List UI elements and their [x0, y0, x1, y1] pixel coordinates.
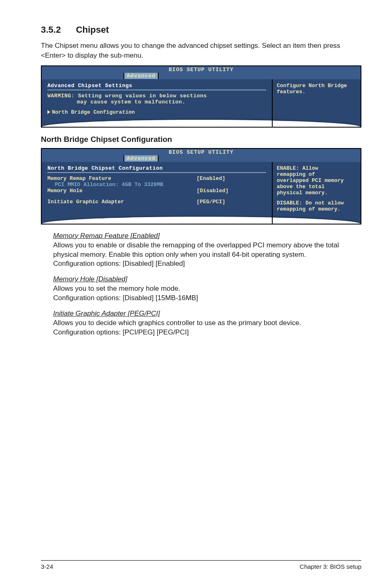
- bios-header: BIOS SETUP UTILITY Advanced: [42, 149, 361, 162]
- bios-divider: [47, 172, 266, 173]
- bios-divider: [47, 90, 266, 90]
- arrow-right-icon: [47, 110, 50, 114]
- bios-setting-memory-hole[interactable]: Memory Hole [Disabled]: [47, 188, 266, 194]
- option-config: Configuration options: [Disabled] [15MB-…: [53, 294, 198, 302]
- bios-tab-row: Advanced: [42, 155, 361, 162]
- page-number: 3-24: [41, 563, 53, 570]
- option-desc: Allows you to decide which graphics cont…: [53, 319, 301, 327]
- bios-setting-value: [PEG/PCI]: [197, 199, 266, 205]
- bios-header-title: BIOS SETUP UTILITY: [169, 149, 233, 155]
- bios-menu-item-north-bridge[interactable]: North Bridge Configuration: [47, 109, 266, 115]
- bios-header: BIOS SETUP UTILITY Advanced: [42, 66, 361, 79]
- bios-help-line: DISABLE: Do not allow: [277, 200, 356, 206]
- bios-setting-graphic-adapter[interactable]: Initiate Graphic Adapter [PEG/PCI]: [47, 199, 266, 205]
- bios-left-title: Advanced Chipset Settings: [47, 83, 266, 89]
- intro-paragraph: The Chipset menu allows you to change th…: [41, 41, 361, 61]
- bios-help-line: overlapped PCI memory: [277, 177, 356, 184]
- bios-setting-value: [Enabled]: [197, 175, 266, 182]
- option-desc: Allows you to set the memory hole mode.: [53, 285, 180, 292]
- option-config: Configuration options: [Disabled] [Enabl…: [53, 260, 185, 267]
- bios-setting-memory-remap[interactable]: Memory Remap Feature [Enabled]: [47, 175, 266, 182]
- option-title-memory-hole: Memory Hole [Disabled]: [53, 275, 361, 283]
- bios-header-title: BIOS SETUP UTILITY: [169, 67, 233, 73]
- chapter-label: Chapter 3: BIOS setup: [300, 563, 361, 570]
- bios-help-line: remapping of memory.: [277, 206, 356, 212]
- option-desc: Allows you to enable or disable the rema…: [53, 241, 339, 258]
- bios-warning-line2: may cause system to malfunction.: [47, 99, 266, 105]
- bios-setting-label: Initiate Graphic Adapter: [47, 199, 124, 205]
- bios-help-line: physical memory.: [277, 190, 356, 196]
- bios-help-line: remapping of: [277, 171, 356, 177]
- bios-panel-advanced-chipset: BIOS SETUP UTILITY Advanced Advanced Chi…: [41, 65, 361, 128]
- option-body: Allows you to enable or disable the rema…: [53, 241, 361, 269]
- option-body: Allows you to decide which graphics cont…: [53, 319, 361, 337]
- bios-menu-item-label: North Bridge Configuration: [52, 109, 135, 115]
- bios-setting-label: Memory Hole: [47, 188, 83, 194]
- section-title: Chipset: [76, 25, 109, 35]
- bios-help-line: above the total: [277, 184, 356, 190]
- bios-warning-line1: WARMING: Setting wrong values in below s…: [47, 93, 266, 99]
- bios-setting-subinfo: PCI MMIO Allocation: 4GB To 3328MB: [47, 182, 266, 188]
- bios-help-line: ENABLE: Allow: [277, 165, 356, 171]
- bios-left-title: North Bridge Chipset Configuration: [47, 165, 266, 171]
- bios-help-line: features.: [277, 89, 356, 95]
- section-number: 3.5.2: [41, 25, 61, 35]
- page-footer: 3-24 Chapter 3: BIOS setup: [41, 560, 361, 570]
- section-heading: 3.5.2 Chipset: [41, 25, 361, 35]
- option-body: Allows you to set the memory hole mode. …: [53, 284, 361, 303]
- subsection-heading: North Bridge Chipset Configuration: [41, 135, 361, 144]
- option-config: Configuration options: [PCI/PEG] [PEG/PC…: [53, 328, 189, 336]
- bios-tab-advanced[interactable]: Advanced: [123, 155, 159, 162]
- option-title-memory-remap: Memory Remap Feature [Enabled]: [53, 232, 361, 240]
- option-title-graphic-adapter: Initiate Graphic Adapter [PEG/PCI]: [53, 310, 361, 318]
- bios-tab-advanced[interactable]: Advanced: [123, 73, 159, 79]
- bios-setting-label: Memory Remap Feature: [47, 175, 111, 182]
- bios-tab-row: Advanced: [42, 73, 361, 79]
- bios-panel-north-bridge: BIOS SETUP UTILITY Advanced North Bridge…: [41, 148, 361, 224]
- bios-help-line: Configure North Bridge: [277, 83, 356, 89]
- bios-setting-value: [Disabled]: [197, 188, 266, 194]
